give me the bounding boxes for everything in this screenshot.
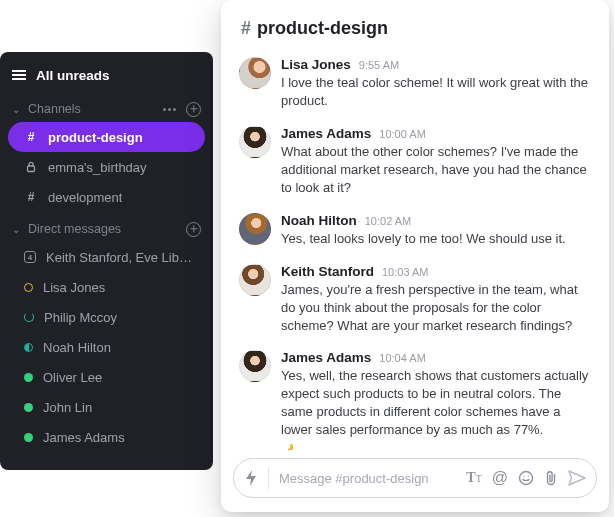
mention-icon[interactable]: @: [492, 469, 508, 487]
message-text: What about the other color schemes? I've…: [281, 143, 591, 197]
channel-header[interactable]: # product-design: [221, 0, 609, 51]
hamburger-icon: [12, 70, 26, 80]
presence-refresh-icon: [24, 312, 34, 322]
channel-title: product-design: [257, 18, 388, 39]
dm-label: John Lin: [43, 400, 92, 415]
message: Keith Stanford10:03 AMJames, you're a fr…: [237, 258, 593, 345]
lock-icon: [24, 161, 38, 173]
avatar[interactable]: [239, 213, 271, 245]
message: Noah Hilton10:02 AMYes, teal looks lovel…: [237, 207, 593, 258]
presence-dnd-icon: [24, 343, 33, 352]
dm-james-adams[interactable]: James Adams: [0, 422, 213, 452]
message-text: Yes, teal looks lovely to me too! We sho…: [281, 230, 591, 248]
group-count-icon: 4: [24, 251, 36, 263]
section-channels[interactable]: ⌄ Channels: [0, 96, 213, 122]
dm-noah-hilton[interactable]: Noah Hilton: [0, 332, 213, 362]
message: James Adams10:00 AMWhat about the other …: [237, 120, 593, 207]
add-dm-icon[interactable]: [186, 222, 201, 237]
message: James Adams10:04 AMYes, well, the resear…: [237, 344, 593, 450]
send-icon[interactable]: [568, 470, 586, 486]
message-text: Yes, well, the research shows that custo…: [281, 367, 591, 439]
svg-rect-0: [28, 166, 35, 172]
dm-label: Noah Hilton: [43, 340, 111, 355]
dm-lisa-jones[interactable]: Lisa Jones: [0, 272, 213, 302]
section-dms-label: Direct messages: [28, 222, 186, 236]
message-text: James, you're a fresh perspective in the…: [281, 281, 591, 335]
presence-online-icon: [24, 403, 33, 412]
message-time: 10:02 AM: [365, 215, 411, 227]
chevron-down-icon: ⌄: [12, 224, 22, 235]
emoji-icon[interactable]: [518, 470, 534, 486]
channel-label: product-design: [48, 130, 143, 145]
message-time: 10:03 AM: [382, 266, 428, 278]
channel-development[interactable]: #development: [0, 182, 213, 212]
all-unreads[interactable]: All unreads: [0, 60, 213, 90]
section-channels-label: Channels: [28, 102, 163, 116]
message-author[interactable]: Keith Stanford: [281, 264, 374, 279]
reaction[interactable]: 👍: [281, 443, 591, 450]
dm-label: Keith Stanford, Eve Libe...: [46, 250, 197, 265]
message: Lisa Jones9:55 AMI love the teal color s…: [237, 51, 593, 120]
presence-away-icon: [24, 283, 33, 292]
avatar[interactable]: [239, 350, 271, 382]
svg-point-3: [528, 476, 529, 477]
dm-oliver-lee[interactable]: Oliver Lee: [0, 362, 213, 392]
message-time: 10:00 AM: [379, 128, 425, 140]
hash-icon: #: [24, 190, 38, 204]
chat-panel: # product-design Lisa Jones9:55 AMI love…: [221, 0, 609, 512]
avatar[interactable]: [239, 57, 271, 89]
message-author[interactable]: Lisa Jones: [281, 57, 351, 72]
message-author[interactable]: Noah Hilton: [281, 213, 357, 228]
attach-icon[interactable]: [544, 470, 558, 486]
avatar[interactable]: [239, 264, 271, 296]
message-author[interactable]: James Adams: [281, 350, 371, 365]
dm-philip-mccoy[interactable]: Philip Mccoy: [0, 302, 213, 332]
svg-point-2: [523, 476, 524, 477]
dm-label: Lisa Jones: [43, 280, 105, 295]
channel-emma-s-birthday[interactable]: emma's_birthday: [0, 152, 213, 182]
channel-product-design[interactable]: #product-design: [8, 122, 205, 152]
channel-label: development: [48, 190, 122, 205]
chevron-down-icon: ⌄: [12, 104, 22, 115]
dm-keith-stanford-eve-libe-[interactable]: 4Keith Stanford, Eve Libe...: [0, 242, 213, 272]
message-time: 10:04 AM: [379, 352, 425, 364]
hash-icon: #: [241, 18, 251, 39]
channel-label: emma's_birthday: [48, 160, 147, 175]
presence-online-icon: [24, 433, 33, 442]
message-input[interactable]: [279, 471, 460, 486]
message-text: I love the teal color scheme! It will wo…: [281, 74, 591, 110]
avatar[interactable]: [239, 126, 271, 158]
section-dms[interactable]: ⌄ Direct messages: [0, 216, 213, 242]
dm-label: Oliver Lee: [43, 370, 102, 385]
add-channel-icon[interactable]: [186, 102, 201, 117]
message-list: Lisa Jones9:55 AMI love the teal color s…: [221, 51, 609, 450]
more-icon[interactable]: [163, 108, 176, 111]
dm-john-lin[interactable]: John Lin: [0, 392, 213, 422]
sidebar: All unreads ⌄ Channels #product-designem…: [0, 52, 213, 470]
presence-online-icon: [24, 373, 33, 382]
composer[interactable]: TT @: [233, 458, 597, 498]
dm-label: Philip Mccoy: [44, 310, 117, 325]
dm-label: James Adams: [43, 430, 125, 445]
message-author[interactable]: James Adams: [281, 126, 371, 141]
svg-point-1: [520, 472, 533, 485]
all-unreads-label: All unreads: [36, 68, 110, 83]
message-time: 9:55 AM: [359, 59, 399, 71]
lightning-icon[interactable]: [244, 470, 258, 486]
divider: [268, 467, 269, 489]
hash-icon: #: [24, 130, 38, 144]
format-icon[interactable]: TT: [466, 470, 481, 486]
